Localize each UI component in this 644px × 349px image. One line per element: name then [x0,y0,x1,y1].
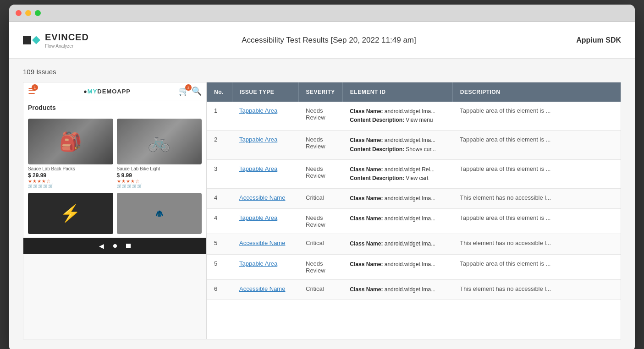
col-header-element-id: ELEMENT ID [342,82,452,102]
cell-no: 4 [207,209,232,234]
table-row: 3Tappable AreaNeedsReviewClass Name: and… [207,159,621,188]
mock-nav-square[interactable] [126,244,131,248]
screenshot-panel: ☰ 1 ●MYDEMOAPP 🛒 3 🔍 [23,82,207,339]
mock-product-4-img: 🧥 [117,193,202,234]
cell-no: 1 [207,102,232,131]
issues-table-area: No. ISSUE TYPE SEVERITY ELEMENT ID DESCR… [207,82,621,339]
cell-issue-type[interactable]: Tappable Area [232,102,298,131]
mock-nav-back[interactable]: ◀ [99,242,104,250]
issue-type-link[interactable]: Tappable Area [239,107,277,114]
cell-no: 2 [207,131,232,159]
cell-issue-type[interactable]: Tappable Area [232,209,298,234]
issue-type-link[interactable]: Tappable Area [239,165,277,172]
cell-issue-type[interactable]: Accessible Name [232,279,298,300]
mock-badge-1: 1 [32,84,38,91]
mock-product-2-price: $ 9.99 [117,172,202,179]
cell-no: 4 [207,189,232,209]
mock-bottom-nav: ◀ [23,238,206,254]
page-title: Accessibility Test Results [Sep 20, 2022… [128,36,529,45]
cell-no: 6 [207,279,232,300]
mock-product-2: Sauce Lab Bike Light $ 9.99 ★★★★☆ 🛒🛒🛒🛒🛒 [117,119,202,188]
col-header-severity: SEVERITY [298,82,342,102]
mock-icons-right: 🛒 3 🔍 [179,86,202,96]
mock-products-row2: ⚡ 🧥 [23,192,206,238]
cell-element-id: Class Name: android.widget.Ima... [342,234,452,254]
mock-product-2-img [117,119,202,164]
logo-subtitle: Flow Analyzer [45,44,89,49]
issue-type-link[interactable]: Accessible Name [239,285,285,292]
cell-severity: NeedsReview [298,159,342,188]
cell-no: 3 [207,159,232,188]
mock-search-icon: 🔍 [192,86,202,96]
cell-element-id: Class Name: android.widget.Rel...Content… [342,159,452,188]
mock-product-2-stars: ★★★★☆ [117,179,202,184]
cell-no: 5 [207,234,232,254]
table-row: 5Accessible NameCriticalClass Name: andr… [207,234,621,254]
app-window: EVINCED Flow Analyzer Accessibility Test… [9,5,635,349]
logo-text: EVINCED [45,32,89,43]
close-button[interactable] [16,10,22,16]
cell-issue-type[interactable]: Accessible Name [232,234,298,254]
logo-icon [23,36,40,44]
mock-products-title: Products [23,100,206,115]
cell-issue-type[interactable]: Tappable Area [232,131,298,159]
cell-issue-type[interactable]: Tappable Area [232,254,298,279]
cell-element-id: Class Name: android.widget.Ima... [342,279,452,300]
cell-issue-type[interactable]: Tappable Area [232,159,298,188]
cell-severity: Critical [298,279,342,300]
cell-element-id: Class Name: android.widget.Ima...Content… [342,102,452,131]
mock-product-1-price: $ 29.99 [28,172,113,179]
cell-severity: Critical [298,234,342,254]
cell-element-id: Class Name: android.widget.Ima...Content… [342,131,452,159]
cell-severity: Critical [298,189,342,209]
mock-menu-icon: ☰ 1 [28,86,35,96]
col-header-no: No. [207,82,232,102]
table-row: 6Accessible NameCriticalClass Name: andr… [207,279,621,300]
cell-description: Tappable area of this element is ... [452,209,621,234]
logo-dark-square [23,36,31,44]
cell-severity: NeedsReview [298,209,342,234]
minimize-button[interactable] [25,10,31,16]
issue-type-link[interactable]: Tappable Area [239,214,277,221]
table-row: 4Accessible NameCriticalClass Name: andr… [207,189,621,209]
app-header: EVINCED Flow Analyzer Accessibility Test… [9,22,635,59]
content-area: ☰ 1 ●MYDEMOAPP 🛒 3 🔍 [23,82,621,339]
screenshot-inner: ☰ 1 ●MYDEMOAPP 🛒 3 🔍 [23,82,206,339]
mock-product-2-name: Sauce Lab Bike Light [117,166,202,171]
issue-type-link[interactable]: Tappable Area [239,136,277,143]
cell-description: Tappable area of this element is ... [452,159,621,188]
mock-cart-badge: 3 [185,84,192,91]
mock-nav-dot[interactable] [113,244,117,248]
cell-severity: NeedsReview [298,131,342,159]
col-header-description: DESCRIPTION [452,82,621,102]
table-row: 1Tappable AreaNeedsReviewClass Name: and… [207,102,621,131]
cell-description: Tappable area of this element is ... [452,131,621,159]
maximize-button[interactable] [35,10,41,16]
cell-element-id: Class Name: android.widget.Ima... [342,189,452,209]
cell-no: 5 [207,254,232,279]
col-header-issue-type: ISSUE TYPE [232,82,298,102]
cell-issue-type[interactable]: Accessible Name [232,189,298,209]
issues-table: No. ISSUE TYPE SEVERITY ELEMENT ID DESCR… [207,82,621,300]
mock-topbar: ☰ 1 ●MYDEMOAPP 🛒 3 🔍 [23,82,206,100]
issue-type-link[interactable]: Tappable Area [239,260,277,267]
mock-product-1-reviews: 🛒🛒🛒🛒🛒 [28,184,113,188]
cell-severity: NeedsReview [298,102,342,131]
table-row: 2Tappable AreaNeedsReviewClass Name: and… [207,131,621,159]
table-header-row: No. ISSUE TYPE SEVERITY ELEMENT ID DESCR… [207,82,621,102]
issues-count: 109 Issues [23,68,621,76]
cell-description: Tappable area of this element is ... [452,102,621,131]
issue-type-link[interactable]: Accessible Name [239,194,285,201]
issue-type-link[interactable]: Accessible Name [239,240,285,246]
table-row: 5Tappable AreaNeedsReviewClass Name: and… [207,254,621,279]
titlebar [9,5,635,22]
cell-description: Tappable area of this element is ... [452,254,621,279]
mock-product-3-img: ⚡ [28,193,113,234]
sdk-label: Appium SDK [529,36,621,44]
logo-teal-square [32,36,40,44]
mock-products-row1: Sauce Lab Back Packs $ 29.99 ★★★★☆ 🛒🛒🛒🛒🛒… [23,115,206,192]
cell-severity: NeedsReview [298,254,342,279]
cell-description: This element has no accessible l... [452,234,621,254]
cell-description: This element has no accessible l... [452,189,621,209]
mock-product-1-img [28,119,113,164]
